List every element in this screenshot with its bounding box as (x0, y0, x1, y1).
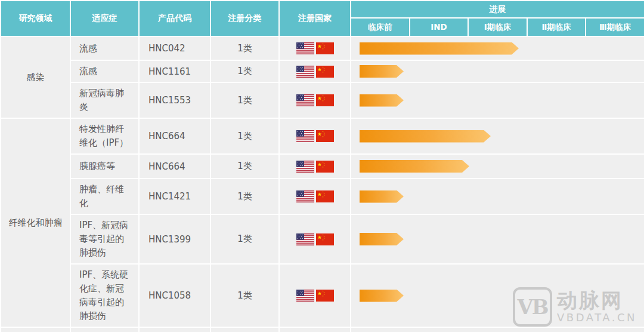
pipeline-table-page: 研究领域 适应症 产品代码 注册分类 注册国家 进展 临床前 IND I期临床 … (0, 0, 644, 332)
table-row: 纤维化和肿瘤 特发性肺纤维化（IPF） HNC664 1类 (1, 118, 644, 154)
registration-country-cell (279, 214, 351, 264)
china-flag-icon (316, 66, 334, 78)
progress-bar (360, 233, 404, 245)
stage-header-phase2: Ⅱ期临床 (527, 19, 586, 36)
indication-cell: 流感 (70, 36, 139, 60)
progress-cell (351, 327, 644, 332)
progress-cell (351, 60, 644, 82)
china-flag-icon (316, 190, 334, 202)
indication-cell: 肿瘤、纤维化 (70, 179, 139, 214)
us-flag-icon (296, 190, 314, 202)
indication-cell: 流感 (70, 60, 139, 82)
table-row: 代谢疾病 糖尿病 HNC1031 1类 (1, 327, 644, 332)
indication-cell: 胰腺癌等 (70, 154, 139, 179)
registration-country-cell (279, 118, 351, 154)
us-flag-icon (296, 66, 314, 78)
stage-header-ind: IND (409, 19, 468, 36)
product-code-cell: HNC1553 (139, 82, 210, 118)
col-header-product-code: 产品代码 (139, 1, 210, 36)
us-flag-icon (296, 130, 314, 142)
stage-header-phase1: I期临床 (467, 19, 527, 36)
table-row: 流感 HNC1161 1类 (1, 60, 644, 82)
product-code-cell: HNC1058 (139, 264, 210, 327)
progress-bar (360, 130, 491, 143)
registration-country-cell (279, 60, 351, 82)
china-flag-icon (316, 130, 334, 142)
progress-cell (351, 36, 644, 60)
research-area-cell: 感染 (1, 36, 70, 118)
indication-cell: 特发性肺纤维化（IPF） (70, 118, 139, 154)
table-row: 新冠病毒肺炎 HNC1553 1类 (1, 82, 644, 118)
product-code-cell: HNC664 (139, 154, 210, 179)
product-code-cell: HNC1161 (139, 60, 210, 82)
col-header-registration-country: 注册国家 (279, 1, 351, 36)
progress-header-label: 进展 (351, 1, 644, 19)
us-flag-icon (296, 94, 314, 106)
registration-country-cell (279, 154, 351, 179)
table-row: IPF、新冠病毒等引起的肺损伤 HNC1399 1类 (1, 214, 644, 264)
registration-class-cell: 1类 (210, 214, 279, 264)
progress-bar (360, 290, 404, 302)
header-row: 研究领域 适应症 产品代码 注册分类 注册国家 进展 临床前 IND I期临床 … (1, 1, 644, 36)
product-code-cell: HNC1399 (139, 214, 210, 264)
registration-class-cell: 1类 (210, 154, 279, 179)
stage-header-phase3: Ⅲ期临床 (585, 19, 644, 36)
registration-country-cell (279, 36, 351, 60)
pipeline-table: 研究领域 适应症 产品代码 注册分类 注册国家 进展 临床前 IND I期临床 … (0, 0, 644, 332)
registration-country-cell (279, 327, 351, 332)
product-code-cell: HNC042 (139, 36, 210, 60)
indication-cell: IPF、系统硬化症、新冠病毒引起的肺损伤 (70, 264, 139, 327)
product-code-cell: HNC1421 (139, 179, 210, 214)
registration-country-cell (279, 179, 351, 214)
registration-class-cell: 1类 (210, 327, 279, 332)
china-flag-icon (316, 290, 334, 302)
table-row: 胰腺癌等 HNC664 1类 (1, 154, 644, 179)
progress-bar (360, 160, 469, 173)
registration-class-cell: 1类 (210, 264, 279, 327)
progress-cell (351, 118, 644, 154)
progress-bar (360, 190, 404, 203)
table-row: 感染 流感 HNC042 1类 (1, 36, 644, 60)
product-code-cell: HNC1031 (139, 327, 210, 332)
indication-cell: IPF、新冠病毒等引起的肺损伤 (70, 214, 139, 264)
watermark-site-url: VBDATA.CN (557, 312, 637, 324)
product-code-cell: HNC664 (139, 118, 210, 154)
china-flag-icon (316, 233, 334, 245)
progress-cell (351, 179, 644, 214)
stage-header-preclinical: 临床前 (351, 19, 409, 36)
registration-country-cell (279, 82, 351, 118)
progress-bar (360, 94, 404, 107)
col-header-registration-class: 注册分类 (210, 1, 279, 36)
progress-cell (351, 82, 644, 118)
indication-cell: 糖尿病 (70, 327, 139, 332)
registration-class-cell: 1类 (210, 179, 279, 214)
indication-cell: 新冠病毒肺炎 (70, 82, 139, 118)
col-header-progress: 进展 临床前 IND I期临床 Ⅱ期临床 Ⅲ期临床 (351, 1, 644, 36)
watermark-brand-name: 动脉网 (557, 290, 637, 312)
china-flag-icon (316, 161, 334, 173)
progress-stage-headers: 临床前 IND I期临床 Ⅱ期临床 Ⅲ期临床 (351, 19, 644, 36)
progress-cell (351, 154, 644, 179)
registration-class-cell: 1类 (210, 82, 279, 118)
china-flag-icon (316, 94, 334, 106)
registration-country-cell (279, 264, 351, 327)
registration-class-cell: 1类 (210, 60, 279, 82)
research-area-cell: 代谢疾病 (1, 327, 70, 332)
us-flag-icon (296, 42, 314, 54)
col-header-research-area: 研究领域 (1, 1, 70, 36)
progress-bar (360, 42, 519, 55)
us-flag-icon (296, 161, 314, 173)
china-flag-icon (316, 42, 334, 54)
research-area-cell: 纤维化和肿瘤 (1, 118, 70, 327)
col-header-indication: 适应症 (70, 1, 139, 36)
registration-class-cell: 1类 (210, 118, 279, 154)
vb-logo-icon: VB (513, 287, 552, 327)
us-flag-icon (296, 290, 314, 302)
us-flag-icon (296, 233, 314, 245)
watermark: VB 动脉网 VBDATA.CN (513, 287, 637, 327)
table-row: 肿瘤、纤维化 HNC1421 1类 (1, 179, 644, 214)
registration-class-cell: 1类 (210, 36, 279, 60)
progress-bar (360, 65, 404, 78)
progress-cell (351, 214, 644, 264)
